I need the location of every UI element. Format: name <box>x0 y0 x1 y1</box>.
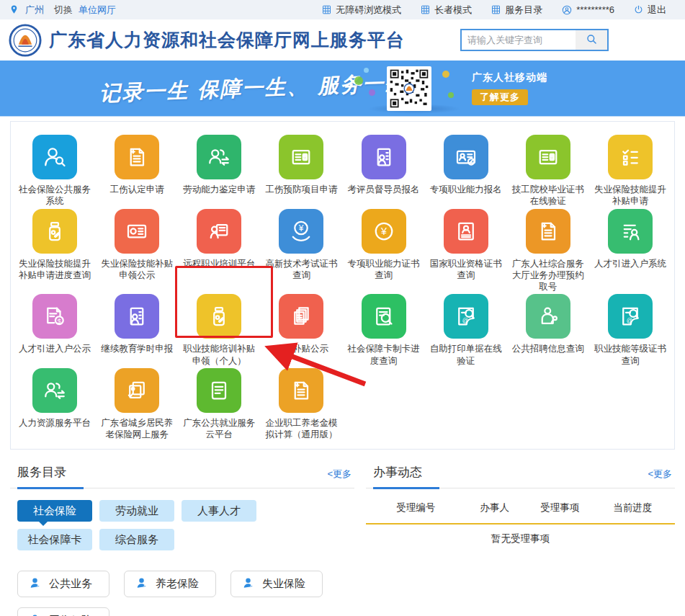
service-catalog-link[interactable]: 服务目录 <box>491 4 542 17</box>
service-item[interactable]: 技工院校毕业证书在线验证 <box>507 135 588 209</box>
table-divider <box>366 523 675 525</box>
search-button[interactable] <box>576 30 607 50</box>
person-icon <box>135 576 148 592</box>
service-item-label: 公共招聘信息查询 <box>512 343 584 354</box>
yen-hand-icon: ¥ <box>279 209 323 254</box>
grid-icon <box>321 4 332 15</box>
svg-text:@: @ <box>627 318 632 324</box>
service-item[interactable]: ¥高新技术考试证书查询 <box>261 209 342 295</box>
empty-state-text: 暂无受理事项 <box>366 532 675 545</box>
decor-dot <box>364 68 369 73</box>
service-item[interactable]: 失业保险技能补贴申领公示 <box>97 209 178 295</box>
service-item[interactable]: 广东人社综合服务大厅业务办理预约取号 <box>507 209 588 295</box>
business-buttons: 公共业务 养老保险 失业保险 工伤保险 <box>10 571 349 616</box>
col-applicant: 办事人 <box>463 501 527 514</box>
decor-dot <box>442 71 449 78</box>
service-item-label: 工伤预防项目申请 <box>265 184 337 195</box>
service-item-label: 广东人社综合服务大厅业务办理预约取号 <box>508 258 588 293</box>
service-item[interactable]: 广东公共就业服务云平台 <box>179 368 260 442</box>
site-logo <box>9 24 42 57</box>
service-item-label: 广东公共就业服务云平台 <box>179 417 259 441</box>
service-item[interactable]: ¥专项职业能力证书查询 <box>343 209 424 295</box>
search-input[interactable] <box>462 30 576 50</box>
tab-social-security-card[interactable]: 社会保障卡 <box>17 529 92 550</box>
unit-portal-link[interactable]: 单位网厅 <box>79 4 116 17</box>
service-item[interactable]: 工伤预防项目申请 <box>261 135 342 209</box>
service-catalog-more-link[interactable]: <更多 <box>327 468 352 481</box>
service-item[interactable]: 社会保障卡制卡进度查询 <box>343 294 424 368</box>
service-item-label: 继续教育学时申报 <box>101 343 173 354</box>
service-item[interactable]: 国家职业资格证书查询 <box>425 209 506 295</box>
service-item[interactable]: $人才引进入户公示 <box>14 294 96 368</box>
service-item[interactable]: @自助打印单据在线验证 <box>425 294 506 368</box>
service-item[interactable]: 远程职业培训平台 <box>179 209 260 295</box>
service-item[interactable]: 人才引进入户系统 <box>589 209 671 295</box>
service-item[interactable]: 稳岗补贴公示 <box>261 294 342 368</box>
logout-link[interactable]: 退出 <box>633 4 666 17</box>
activity-table: 受理编号 办事人 受理事项 当前进度 暂无受理事项 <box>366 501 675 545</box>
service-item[interactable]: 职业技能培训补贴申领（个人） <box>179 294 260 368</box>
col-acceptance-no: 受理编号 <box>369 501 463 514</box>
service-item[interactable]: 专项职业能力报名 <box>425 135 506 209</box>
yen-circle-icon: ¥ <box>362 209 406 254</box>
person-icon <box>28 576 42 592</box>
svg-text:@: @ <box>462 318 467 324</box>
doc-search-at-icon: @ <box>608 294 653 339</box>
service-item-label: 企业职工养老金模拟计算（通用版） <box>261 417 341 441</box>
accessibility-mode-link[interactable]: 无障碍浏览模式 <box>321 4 401 17</box>
user-circle-icon <box>561 4 573 16</box>
learn-more-button[interactable]: 了解更多 <box>472 89 528 105</box>
service-item-label: 自助打印单据在线验证 <box>426 343 506 367</box>
people-arrows-icon <box>32 368 77 413</box>
id-card-icon <box>279 135 323 179</box>
tab-personnel-talent[interactable]: 人事人才 <box>182 500 256 522</box>
public-business-button[interactable]: 公共业务 <box>17 571 109 597</box>
service-item[interactable]: 公共招聘信息查询 <box>507 294 588 368</box>
tab-social-insurance[interactable]: 社会保险 <box>17 500 92 522</box>
activity-title: 办事动态 <box>373 464 422 481</box>
doc-plus-icon <box>279 368 323 413</box>
service-item[interactable]: 失业保险技能提升补贴申请 <box>589 135 671 209</box>
activity-more-link[interactable]: <更多 <box>648 468 672 481</box>
pension-insurance-button[interactable]: 养老保险 <box>124 571 216 597</box>
activity-table-header: 受理编号 办事人 受理事项 当前进度 <box>366 501 675 514</box>
search-box <box>460 29 609 51</box>
service-item[interactable]: 社会保险公共服务系统 <box>14 135 96 209</box>
svg-text:$: $ <box>58 317 62 325</box>
service-item-label: 社会保障卡制卡进度查询 <box>344 343 424 367</box>
tab-comprehensive-service[interactable]: 综合服务 <box>99 529 174 550</box>
service-item[interactable]: 企业职工养老金模拟计算（通用版） <box>261 368 342 442</box>
service-item[interactable]: 广东省城乡居民养老保险网上服务 <box>97 368 178 442</box>
service-item-label: 职业技能等级证书查询 <box>590 343 671 367</box>
qr-code <box>387 66 431 111</box>
doc-search-icon <box>362 294 406 339</box>
account-menu[interactable]: *********6 <box>561 4 614 16</box>
service-item-label: 失业保险技能提升补贴申请进度查询 <box>14 258 95 282</box>
tab-labor-employment[interactable]: 劳动就业 <box>99 500 174 522</box>
doc-lines-icon <box>197 368 241 413</box>
person-doc-icon <box>362 135 406 179</box>
service-item-label: 技工院校毕业证书在线验证 <box>508 184 588 207</box>
service-item[interactable]: 工伤认定申请 <box>97 135 178 209</box>
switch-city-link[interactable]: 切换 <box>54 4 73 17</box>
work-injury-insurance-button[interactable]: 工伤保险 <box>17 607 109 616</box>
col-progress: 当前进度 <box>594 501 672 514</box>
service-item-label: 职业技能培训补贴申领（个人） <box>179 343 259 367</box>
site-header: 广东省人力资源和社会保障厅网上服务平台 <box>0 19 685 61</box>
service-item-label: 工伤认定申请 <box>110 184 164 195</box>
photos-icon <box>115 368 159 413</box>
service-item[interactable]: @职业技能等级证书查询 <box>589 294 671 368</box>
service-item[interactable]: 失业保险技能提升补贴申请进度查询 <box>14 209 96 295</box>
lines-person-icon <box>608 209 653 254</box>
elder-mode-link[interactable]: 长者模式 <box>420 4 472 17</box>
service-item[interactable]: 考评员督导员报名 <box>343 135 424 209</box>
unemployment-insurance-button[interactable]: 失业保险 <box>230 571 323 597</box>
service-item[interactable]: 继续教育学时申报 <box>97 294 178 368</box>
doc-stack-icon <box>279 294 323 339</box>
doc-plus-icon <box>115 135 159 179</box>
service-item[interactable]: 人力资源服务平台 <box>14 368 96 442</box>
service-item-label: 失业保险技能补贴申领公示 <box>97 258 177 282</box>
account-masked: *********6 <box>576 4 614 15</box>
service-item[interactable]: 劳动能力鉴定申请 <box>179 135 260 209</box>
service-item-label: 专项职业能力证书查询 <box>344 258 424 282</box>
